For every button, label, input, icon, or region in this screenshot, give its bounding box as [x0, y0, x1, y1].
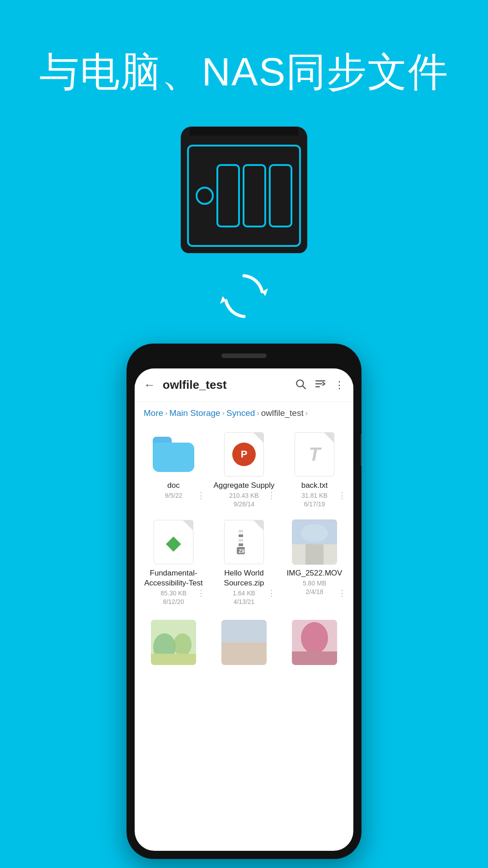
- file-more-epub[interactable]: ⋮: [197, 588, 205, 598]
- breadcrumb-sep-3: ›: [257, 409, 259, 417]
- file-more-zip[interactable]: ⋮: [267, 588, 276, 598]
- svg-rect-7: [239, 530, 243, 533]
- svg-point-20: [174, 633, 192, 656]
- ppt-icon: P: [221, 432, 267, 477]
- file-size-ppt: 210.43 KB: [229, 492, 258, 499]
- file-item-ppt[interactable]: P Aggregate Supply 210.43 KB 9/28/14 ⋮: [211, 427, 277, 511]
- file-size-epub: 85.30 KB: [160, 590, 187, 597]
- breadcrumb-sep-4: ›: [305, 409, 308, 417]
- breadcrumb-owlfile: owlfile_test: [261, 408, 304, 418]
- file-name-img: IMG_2522.MOV: [287, 568, 343, 578]
- search-icon[interactable]: [295, 378, 306, 392]
- svg-rect-24: [221, 642, 267, 665]
- file-item-zip[interactable]: ZIP Hello World Sources.zip 1.64 KB 4/13…: [211, 515, 277, 609]
- svg-rect-8: [239, 534, 243, 537]
- svg-rect-9: [239, 539, 243, 542]
- breadcrumb-more[interactable]: More: [144, 408, 163, 418]
- file-item-bottom-2[interactable]: [211, 615, 277, 672]
- folder-icon: [151, 432, 196, 477]
- app-bar-title: owlfile_test: [163, 378, 286, 392]
- file-grid-bottom: [135, 615, 353, 672]
- file-more-ppt[interactable]: ⋮: [267, 491, 276, 500]
- file-date-ppt: 9/28/14: [234, 500, 255, 508]
- file-name-epub: Fundamental-Accessibility-Test: [143, 568, 204, 588]
- file-date-doc: 9/5/22: [165, 492, 183, 499]
- file-date-zip: 4/13/21: [234, 598, 255, 605]
- file-item-epub[interactable]: ◆ Fundamental-Accessibility-Test 85.30 K…: [140, 515, 207, 609]
- file-date-txt: 6/17/19: [304, 500, 325, 508]
- file-name-txt: back.txt: [301, 481, 328, 491]
- file-more-txt[interactable]: ⋮: [338, 491, 346, 500]
- breadcrumb-sep-1: ›: [165, 409, 167, 417]
- file-grid: doc 9/5/22 ⋮ P Aggregate Supply 210.43 K…: [135, 423, 353, 613]
- breadcrumb-main-storage[interactable]: Main Storage: [169, 408, 221, 418]
- breadcrumb-synced[interactable]: Synced: [226, 408, 255, 418]
- phone-speaker: [221, 354, 267, 358]
- file-date-epub: 8/12/20: [163, 598, 184, 605]
- svg-rect-23: [221, 620, 267, 642]
- nas-icon: [181, 127, 307, 262]
- breadcrumb: More › Main Storage › Synced › owlfile_t…: [135, 402, 353, 423]
- file-item-doc[interactable]: doc 9/5/22 ⋮: [140, 427, 207, 511]
- svg-text:ZIP: ZIP: [239, 548, 246, 554]
- breadcrumb-sep-2: ›: [222, 409, 225, 417]
- hero-title: 与电脑、NAS同步文件: [0, 45, 488, 99]
- file-more-doc[interactable]: ⋮: [197, 491, 205, 500]
- file-item-bottom-1[interactable]: [140, 615, 207, 672]
- txt-icon: T: [292, 432, 337, 477]
- file-size-zip: 1.64 KB: [233, 590, 255, 597]
- file-name-ppt: Aggregate Supply: [213, 481, 274, 491]
- file-name-zip: Hello World Sources.zip: [213, 568, 275, 588]
- svg-rect-27: [292, 651, 337, 665]
- phone-screen: ← owlfile_test ⋮: [135, 368, 353, 851]
- file-item-txt[interactable]: T back.txt 31.81 KB 6/17/19 ⋮: [281, 427, 348, 511]
- app-bar: ← owlfile_test ⋮: [135, 368, 353, 402]
- svg-point-26: [301, 622, 328, 654]
- file-item-bottom-3[interactable]: [281, 615, 348, 672]
- svg-rect-10: [239, 543, 243, 546]
- file-size-img: 5.80 MB: [303, 580, 326, 587]
- file-more-img[interactable]: ⋮: [338, 588, 346, 598]
- phone-volume-button: [361, 434, 361, 466]
- file-name-doc: doc: [167, 481, 179, 491]
- back-button[interactable]: ←: [144, 378, 155, 392]
- svg-rect-15: [305, 544, 324, 565]
- phone-mockup: ← owlfile_test ⋮: [127, 344, 361, 859]
- svg-line-3: [303, 386, 305, 388]
- img-thumbnail-icon: [292, 519, 337, 565]
- file-item-img[interactable]: IMG_2522.MOV 5.80 MB 2/4/18 ⋮: [281, 515, 348, 609]
- svg-rect-21: [151, 654, 196, 665]
- zip-icon: ZIP: [221, 519, 267, 565]
- svg-point-17: [301, 524, 328, 542]
- epub-icon: ◆: [151, 519, 196, 565]
- more-menu-icon[interactable]: ⋮: [334, 379, 344, 391]
- file-date-img: 2/4/18: [306, 588, 324, 595]
- sync-icon: [219, 271, 269, 321]
- file-size-txt: 31.81 KB: [301, 492, 328, 499]
- sort-icon[interactable]: [314, 378, 326, 392]
